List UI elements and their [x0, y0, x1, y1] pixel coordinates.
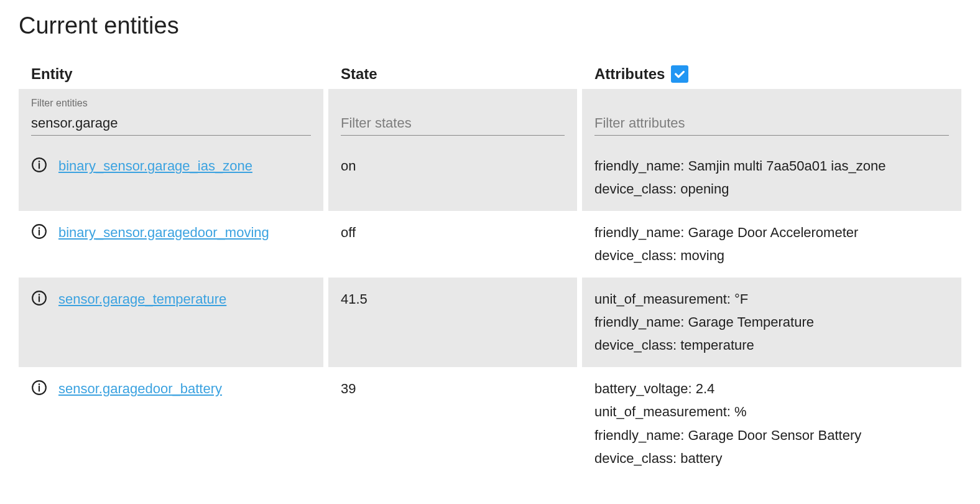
- entity-link[interactable]: sensor.garagedoor_battery: [58, 377, 222, 400]
- info-icon[interactable]: [31, 223, 47, 246]
- table-row-entity: sensor.garagedoor_battery: [19, 367, 323, 480]
- table-row-state: 41.5: [328, 278, 577, 367]
- attribute-line: device_class: battery: [594, 447, 949, 470]
- info-icon[interactable]: [31, 380, 47, 403]
- table-row-state: on: [328, 144, 577, 211]
- table-row-attributes: friendly_name: Samjin multi 7aa50a01 ias…: [582, 144, 961, 211]
- svg-point-2: [39, 161, 40, 162]
- attribute-line: device_class: temperature: [594, 334, 949, 357]
- filter-state-input[interactable]: [341, 113, 565, 136]
- column-header-state-label: State: [341, 65, 377, 83]
- table-row-attributes: battery_voltage: 2.4unit_of_measurement:…: [582, 367, 961, 480]
- filter-state-cell: [328, 89, 577, 144]
- entity-link[interactable]: sensor.garage_temperature: [58, 287, 226, 310]
- svg-point-8: [39, 294, 40, 296]
- attribute-line: friendly_name: Garage Door Accelerometer: [594, 221, 949, 244]
- entity-link[interactable]: binary_sensor.garagedoor_moving: [58, 221, 269, 244]
- attribute-line: friendly_name: Garage Door Sensor Batter…: [594, 424, 949, 447]
- column-header-entity: Entity: [19, 58, 323, 89]
- info-icon[interactable]: [31, 157, 47, 180]
- table-row-entity: sensor.garage_temperature: [19, 278, 323, 367]
- column-header-entity-label: Entity: [31, 65, 73, 83]
- table-row-attributes: unit_of_measurement: °Ffriendly_name: Ga…: [582, 278, 961, 367]
- table-row-attributes: friendly_name: Garage Door Accelerometer…: [582, 211, 961, 278]
- svg-point-5: [39, 227, 40, 229]
- check-icon: [673, 67, 686, 81]
- entity-link[interactable]: binary_sensor.garage_ias_zone: [58, 154, 252, 177]
- table-row-state: off: [328, 211, 577, 278]
- page-title: Current entities: [19, 12, 961, 39]
- attribute-line: device_class: opening: [594, 177, 949, 200]
- attribute-line: unit_of_measurement: %: [594, 400, 949, 423]
- column-header-attributes: Attributes: [582, 58, 961, 89]
- table-row-state: 39: [328, 367, 577, 480]
- attribute-line: friendly_name: Samjin multi 7aa50a01 ias…: [594, 154, 949, 177]
- attribute-line: device_class: moving: [594, 244, 949, 267]
- attribute-line: unit_of_measurement: °F: [594, 287, 949, 310]
- table-row-entity: binary_sensor.garage_ias_zone: [19, 144, 323, 211]
- filter-entity-label: Filter entities: [31, 98, 311, 109]
- info-icon[interactable]: [31, 290, 47, 313]
- column-header-state: State: [328, 58, 577, 89]
- filter-attributes-cell: [582, 89, 961, 144]
- entities-table: Entity State Attributes Filter entities …: [19, 58, 961, 480]
- filter-entity-cell: Filter entities: [19, 89, 323, 144]
- svg-point-11: [39, 383, 40, 385]
- column-header-attributes-label: Attributes: [594, 65, 665, 83]
- attribute-line: battery_voltage: 2.4: [594, 377, 949, 400]
- filter-attributes-input[interactable]: [594, 113, 949, 136]
- table-row-entity: binary_sensor.garagedoor_moving: [19, 211, 323, 278]
- attributes-toggle-checkbox[interactable]: [671, 65, 688, 83]
- attribute-line: friendly_name: Garage Temperature: [594, 310, 949, 334]
- filter-entity-input[interactable]: [31, 113, 311, 136]
